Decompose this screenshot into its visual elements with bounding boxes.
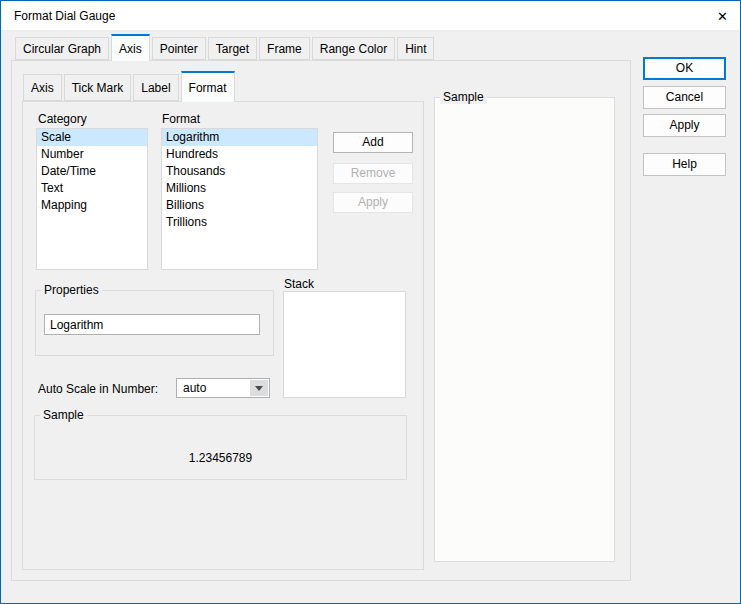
- format-item-thousands[interactable]: Thousands: [162, 163, 317, 180]
- remove-button[interactable]: Remove: [333, 163, 413, 184]
- dropdown-arrow-icon[interactable]: [250, 380, 268, 396]
- preview-sample-label: Sample: [440, 90, 487, 104]
- format-item-millions[interactable]: Millions: [162, 180, 317, 197]
- subtab-axis[interactable]: Axis: [23, 74, 62, 101]
- subtab-tick-mark[interactable]: Tick Mark: [64, 74, 132, 101]
- category-item-datetime[interactable]: Date/Time: [37, 163, 147, 180]
- properties-group-label: Properties: [41, 283, 102, 297]
- subtab-format[interactable]: Format: [181, 71, 235, 102]
- tab-circular-graph[interactable]: Circular Graph: [15, 37, 109, 60]
- category-item-text[interactable]: Text: [37, 180, 147, 197]
- apply-format-button[interactable]: Apply: [333, 192, 413, 213]
- category-label: Category: [38, 112, 87, 126]
- format-item-logarithm[interactable]: Logarithm: [162, 129, 317, 146]
- ok-button[interactable]: OK: [643, 57, 726, 80]
- tab-target[interactable]: Target: [208, 37, 257, 60]
- category-item-scale[interactable]: Scale: [37, 129, 147, 146]
- close-icon: ✕: [717, 9, 728, 24]
- properties-input[interactable]: [44, 314, 260, 335]
- close-button[interactable]: ✕: [711, 6, 731, 26]
- apply-button[interactable]: Apply: [643, 114, 726, 137]
- format-item-trillions[interactable]: Trillions: [162, 214, 317, 231]
- sample-value: 1.23456789: [35, 451, 406, 465]
- format-listbox[interactable]: Logarithm Hundreds Thousands Millions Bi…: [161, 128, 318, 270]
- tab-hint[interactable]: Hint: [397, 37, 434, 60]
- sub-tab-bar: Axis Tick Mark Label Format: [23, 71, 237, 101]
- auto-scale-dropdown[interactable]: auto: [176, 378, 270, 398]
- help-button[interactable]: Help: [643, 153, 726, 176]
- format-label: Format: [162, 112, 200, 126]
- stack-label: Stack: [284, 277, 314, 291]
- sample-group: Sample 1.23456789: [34, 408, 407, 480]
- auto-scale-label: Auto Scale in Number:: [38, 382, 158, 396]
- subtab-label[interactable]: Label: [133, 74, 178, 101]
- sample-group-label: Sample: [40, 408, 87, 422]
- cancel-button[interactable]: Cancel: [643, 86, 726, 109]
- title-bar: Format Dial Gauge ✕: [1, 1, 740, 30]
- preview-sample-group: Sample: [434, 90, 615, 562]
- tab-pointer[interactable]: Pointer: [152, 37, 206, 60]
- category-item-number[interactable]: Number: [37, 146, 147, 163]
- tab-axis[interactable]: Axis: [111, 34, 150, 61]
- format-dial-gauge-dialog: Format Dial Gauge ✕ Circular Graph Axis …: [0, 0, 741, 604]
- category-listbox[interactable]: Scale Number Date/Time Text Mapping: [36, 128, 148, 270]
- window-title: Format Dial Gauge: [14, 9, 115, 23]
- auto-scale-value: auto: [183, 381, 206, 395]
- format-item-hundreds[interactable]: Hundreds: [162, 146, 317, 163]
- category-item-mapping[interactable]: Mapping: [37, 197, 147, 214]
- tab-frame[interactable]: Frame: [259, 37, 310, 60]
- stack-listbox[interactable]: [283, 291, 406, 398]
- main-tab-bar: Circular Graph Axis Pointer Target Frame…: [15, 34, 436, 60]
- format-item-billions[interactable]: Billions: [162, 197, 317, 214]
- properties-group: Properties: [35, 283, 274, 356]
- add-button[interactable]: Add: [333, 132, 413, 153]
- tab-range-color[interactable]: Range Color: [312, 37, 395, 60]
